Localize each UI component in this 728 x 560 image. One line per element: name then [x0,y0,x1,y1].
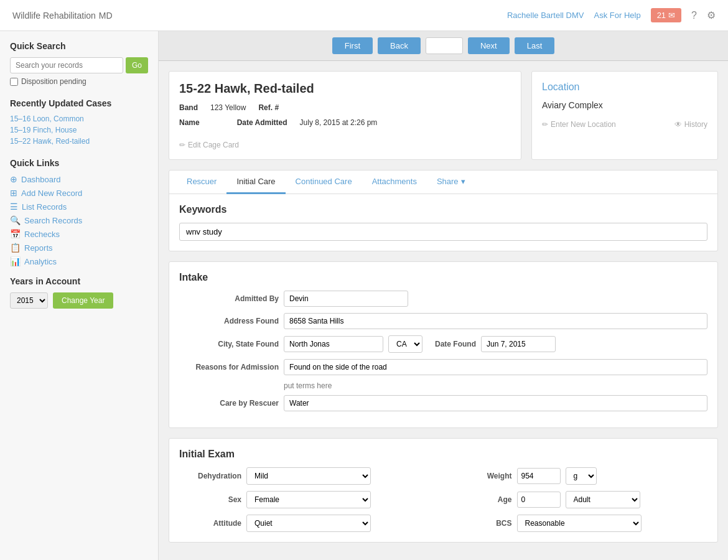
record-number-input[interactable] [426,37,463,54]
edit-cage-card-link[interactable]: ✏ Edit Cage Card [179,141,239,149]
admitted-by-input[interactable] [284,291,408,307]
age-input[interactable] [517,492,561,508]
age-label: Age [450,495,512,504]
date-admitted-label: Date Admitted [237,118,287,127]
attitude-label: Attitude [179,519,241,528]
edit-cage-card-label: Edit Cage Card [188,141,239,149]
sidebar: Quick Search Go Disposition pending Rece… [0,31,159,560]
care-by-rescuer-row: Care by Rescuer [179,395,707,411]
change-year-button[interactable]: Change Year [53,292,113,309]
app-title: Wildlife Rehabilitation MD [12,9,113,22]
main-content: First Back Next Last 15-22 Hawk, Red-tai… [159,31,728,560]
notification-badge[interactable]: 21 ✉ [651,8,681,22]
sidebar-link-analytics[interactable]: 📊Analytics [10,256,148,266]
enter-new-location-link[interactable]: ✏ Enter New Location [542,120,616,129]
header-brand: Wildlife Rehabilitation MD [12,9,113,22]
sex-select[interactable]: Female Male Unknown [246,491,371,508]
help-link[interactable]: Ask For Help [594,11,640,20]
intake-form: Admitted By Address Found City, State Fo… [179,291,707,411]
link-label: Rechecks [24,230,60,239]
last-button[interactable]: Last [515,37,555,54]
gear-icon[interactable]: ⚙ [707,9,716,21]
record-grid: 15-22 Hawk, Red-tailed Band 123 Yellow R… [169,71,718,160]
attitude-select[interactable]: Quiet Alert Depressed [246,515,371,532]
recently-updated-title: Recently Updated Cases [10,98,148,108]
link-icon: 🔍 [10,215,21,225]
band-label: Band [179,103,198,112]
years-section: Years in Account 2015 Change Year [10,276,148,309]
sidebar-link-add-new-record[interactable]: ⊞Add New Record [10,188,148,198]
notification-count: 21 [657,11,666,20]
search-input[interactable] [10,57,123,73]
link-icon: ⊞ [10,188,17,198]
initial-exam-title: Initial Exam [179,449,707,460]
app-title-main: Wildlife Rehabilitation [12,11,96,21]
record-fields: Band 123 Yellow Ref. # [179,103,511,112]
go-button[interactable]: Go [126,57,148,73]
quick-links-title: Quick Links [10,158,148,168]
nav-bar: First Back Next Last [159,31,728,61]
quick-links: ⊕Dashboard⊞Add New Record☰List Records🔍S… [10,174,148,266]
date-found-input[interactable] [481,336,556,352]
bcs-row: BCS Reasonable Poor Good [450,515,708,532]
edit-icon: ✏ [179,141,185,149]
intake-section: Intake Admitted By Address Found City, S… [169,261,718,428]
chevron-down-icon: ▾ [461,177,465,186]
recent-case-2[interactable]: 15–19 Finch, House [10,126,148,134]
dehydration-label: Dehydration [179,472,241,480]
weight-label: Weight [450,472,512,480]
enter-new-location-label: Enter New Location [551,120,616,129]
care-by-rescuer-label: Care by Rescuer [179,399,279,408]
care-by-rescuer-input[interactable] [284,395,707,411]
admitted-by-label: Admitted By [179,294,279,303]
first-button[interactable]: First [332,37,373,54]
header-actions: Rachelle Bartell DMV Ask For Help 21 ✉ ?… [507,8,716,22]
address-found-row: Address Found [179,313,707,329]
exam-grid: Dehydration Mild Weight g kg lb [179,467,707,532]
address-found-input[interactable] [284,313,707,329]
app-title-sub: MD [99,11,113,21]
back-button[interactable]: Back [378,37,421,54]
link-icon: 📅 [10,229,21,239]
link-label: Reports [24,243,53,253]
bcs-select[interactable]: Reasonable Poor Good [517,515,642,532]
user-link[interactable]: Rachelle Bartell DMV [507,11,584,20]
address-found-label: Address Found [179,317,279,325]
record-card: 15-22 Hawk, Red-tailed Band 123 Yellow R… [169,71,521,160]
question-icon[interactable]: ? [691,10,697,21]
next-button[interactable]: Next [468,37,510,54]
tab-initial-care[interactable]: Initial Care [226,170,285,194]
location-value: Aviary Complex [542,100,707,110]
year-select[interactable]: 2015 [10,292,48,309]
state-select[interactable]: CA [388,335,422,353]
link-label: Dashboard [21,175,61,184]
weight-input[interactable] [517,468,561,484]
weight-row: Weight g kg lb [450,467,708,485]
sidebar-link-list-records[interactable]: ☰List Records [10,202,148,212]
reasons-input[interactable] [284,359,707,375]
dehydration-select[interactable]: Mild [246,467,371,485]
tab-share[interactable]: Share ▾ [427,170,475,194]
reasons-label: Reasons for Admission [179,363,279,371]
weight-unit-select[interactable]: g kg lb [566,467,597,485]
edit-location-icon: ✏ [542,120,548,129]
link-label: Add New Record [21,189,82,198]
age-unit-select[interactable]: Adult Juvenile Hatchling [566,491,640,508]
keywords-input[interactable] [179,223,707,241]
recent-case-1[interactable]: 15–16 Loon, Common [10,114,148,123]
tab-attachments[interactable]: Attachments [362,170,427,194]
history-label: History [684,120,707,129]
sidebar-link-dashboard[interactable]: ⊕Dashboard [10,174,148,184]
recent-case-3[interactable]: 15–22 Hawk, Red-tailed [10,137,148,146]
keywords-title: Keywords [179,204,707,215]
disposition-checkbox[interactable] [10,78,18,86]
disposition-row: Disposition pending [10,77,148,86]
tab-continued-care[interactable]: Continued Care [286,170,362,194]
tab-rescuer[interactable]: Rescuer [177,170,226,194]
sidebar-link-reports[interactable]: 📋Reports [10,243,148,253]
history-link[interactable]: 👁 History [674,120,707,129]
city-input[interactable] [284,336,383,352]
sidebar-link-rechecks[interactable]: 📅Rechecks [10,229,148,239]
sex-row: Sex Female Male Unknown [179,491,437,508]
sidebar-link-search-records[interactable]: 🔍Search Records [10,215,148,225]
